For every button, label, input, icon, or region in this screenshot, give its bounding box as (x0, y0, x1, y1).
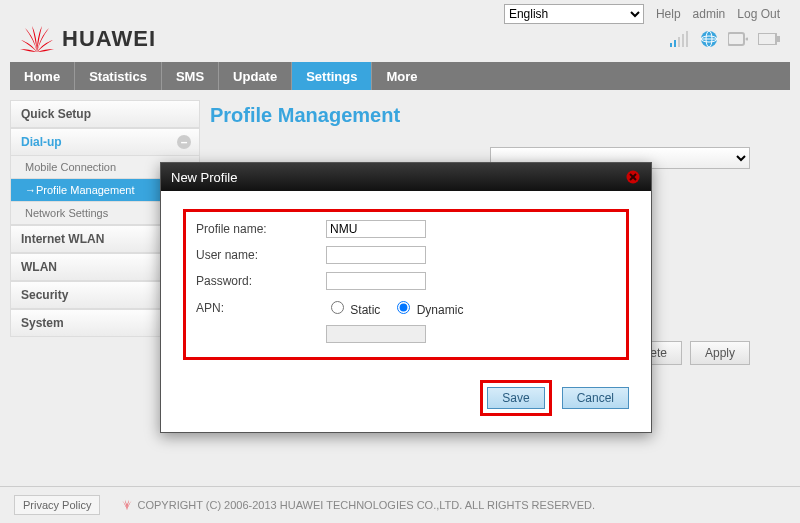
highlighted-form-area: Profile name: User name: Password: APN: … (183, 209, 629, 360)
apply-button[interactable]: Apply (690, 341, 750, 365)
logout-link[interactable]: Log Out (737, 7, 780, 21)
apn-label: APN: (196, 301, 326, 315)
help-link[interactable]: Help (656, 7, 681, 21)
nav-update[interactable]: Update (219, 62, 292, 90)
svg-rect-3 (682, 34, 684, 47)
apn-static-option[interactable]: Static (326, 298, 380, 317)
apn-dynamic-radio[interactable] (397, 301, 410, 314)
collapse-icon: – (177, 135, 191, 149)
user-name-input[interactable] (326, 246, 426, 264)
svg-rect-1 (674, 40, 676, 47)
brand: HUAWEI (20, 24, 156, 54)
globe-icon (700, 30, 718, 48)
svg-rect-12 (777, 36, 780, 42)
nav-more[interactable]: More (372, 62, 431, 90)
apn-dynamic-label: Dynamic (417, 303, 464, 317)
svg-rect-11 (758, 33, 776, 45)
copyright-text: COPYRIGHT (C) 2006-2013 HUAWEI TECHNOLOG… (138, 499, 595, 511)
huawei-logo-icon (20, 24, 54, 54)
sim-icon (728, 32, 748, 46)
main-nav: Home Statistics SMS Update Settings More (10, 62, 790, 90)
profile-name-label: Profile name: (196, 222, 326, 236)
svg-rect-0 (670, 43, 672, 47)
footer: Privacy Policy COPYRIGHT (C) 2006-2013 H… (0, 486, 800, 523)
password-input[interactable] (326, 272, 426, 290)
svg-point-10 (746, 38, 749, 41)
nav-settings[interactable]: Settings (292, 62, 372, 90)
modal-title: New Profile (171, 170, 237, 185)
language-select[interactable]: English (504, 4, 644, 24)
password-label: Password: (196, 274, 326, 288)
arrow-icon: → (25, 184, 36, 196)
svg-rect-4 (686, 31, 688, 47)
new-profile-modal: New Profile Profile name: User name: Pas… (160, 162, 652, 433)
close-icon[interactable] (625, 169, 641, 185)
footer-content: COPYRIGHT (C) 2006-2013 HUAWEI TECHNOLOG… (120, 499, 595, 511)
huawei-logo-icon (120, 499, 134, 511)
admin-link[interactable]: admin (693, 7, 726, 21)
brand-name: HUAWEI (62, 26, 156, 52)
nav-sms[interactable]: SMS (162, 62, 219, 90)
nav-home[interactable]: Home (10, 62, 75, 90)
highlighted-save-area: Save (480, 380, 551, 416)
apn-static-radio[interactable] (331, 301, 344, 314)
apn-dynamic-option[interactable]: Dynamic (392, 298, 463, 317)
page-title: Profile Management (210, 104, 790, 127)
cancel-button[interactable]: Cancel (562, 387, 629, 409)
sidebar-item-dialup[interactable]: Dial-up – (10, 128, 200, 156)
battery-icon (758, 33, 780, 45)
apn-input (326, 325, 426, 343)
nav-statistics[interactable]: Statistics (75, 62, 162, 90)
user-name-label: User name: (196, 248, 326, 262)
save-button[interactable]: Save (487, 387, 544, 409)
sidebar-item-label: Profile Management (36, 184, 134, 196)
sidebar-item-quick-setup[interactable]: Quick Setup (10, 100, 200, 128)
status-icons (670, 30, 780, 48)
svg-rect-2 (678, 37, 680, 47)
profile-name-input[interactable] (326, 220, 426, 238)
apn-static-label: Static (350, 303, 380, 317)
privacy-policy-link[interactable]: Privacy Policy (14, 495, 100, 515)
signal-icon (670, 31, 690, 47)
svg-rect-9 (728, 33, 744, 45)
sidebar-item-label: Dial-up (21, 135, 62, 149)
